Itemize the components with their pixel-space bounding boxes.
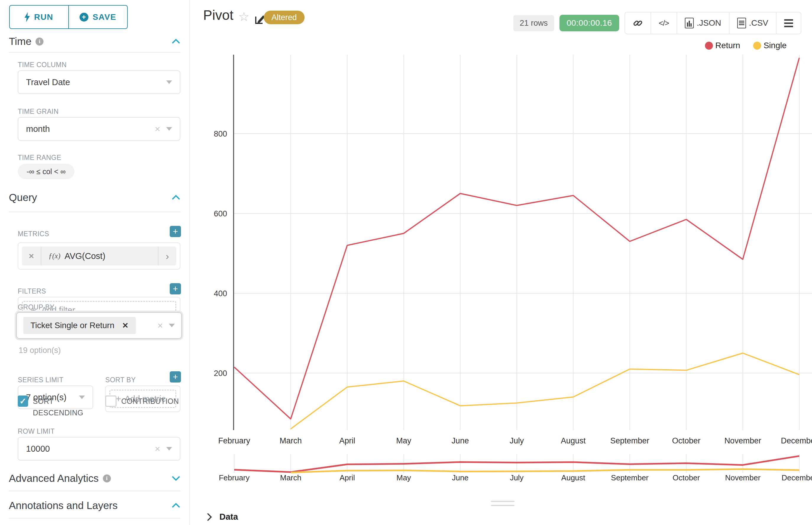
control-panel-sidebar: RUN + SAVE Time i TIME COLUMN Travel Dat… bbox=[0, 0, 190, 525]
time-range-pill[interactable]: -∞ ≤ col < ∞ bbox=[18, 164, 75, 179]
altered-badge-label: Altered bbox=[271, 13, 297, 22]
contribution-control[interactable]: CONTRIBUTION bbox=[105, 395, 188, 407]
caret-down-icon bbox=[169, 324, 175, 327]
group-by-select[interactable]: Ticket Single or Return ✕ × bbox=[16, 312, 182, 339]
embed-code-button[interactable]: </> bbox=[651, 12, 677, 34]
mini-x-tick-label: December bbox=[782, 473, 812, 482]
query-timer-badge: 00:00:00.16 bbox=[560, 15, 619, 31]
data-panel-toggle[interactable]: Data bbox=[206, 512, 238, 522]
run-button[interactable]: RUN bbox=[10, 5, 68, 28]
row-limit-label: ROW LIMIT bbox=[18, 427, 55, 435]
sort-descending-checkbox[interactable]: ✓ bbox=[18, 395, 28, 407]
divider bbox=[9, 212, 180, 212]
clear-icon[interactable]: × bbox=[154, 124, 160, 134]
data-panel-label: Data bbox=[219, 512, 238, 522]
metric-pill[interactable]: × ƒ(x) AVG(Cost) › bbox=[22, 246, 176, 266]
chevron-down-icon[interactable] bbox=[172, 475, 180, 481]
export-json-label: .JSON bbox=[697, 18, 721, 28]
x-axis-tick-label: May bbox=[396, 436, 412, 445]
fx-icon: ƒ(x) bbox=[48, 252, 60, 260]
advanced-analytics-header[interactable]: Advanced Analytics i bbox=[9, 472, 180, 484]
mini-x-tick-label: October bbox=[673, 473, 700, 482]
x-axis-tick-label: November bbox=[724, 436, 762, 445]
x-axis-tick-label: September bbox=[610, 436, 649, 445]
more-menu-button[interactable] bbox=[776, 12, 801, 34]
time-grain-value: month bbox=[26, 124, 50, 134]
x-axis-tick-label: July bbox=[510, 436, 524, 445]
annotations-header[interactable]: Annotations and Layers bbox=[9, 499, 180, 511]
annotations-title: Annotations and Layers bbox=[9, 499, 118, 511]
header-toolbar: 21 rows 00:00:00.16 </> .JSON .CSV bbox=[513, 12, 801, 34]
advanced-analytics-title: Advanced Analytics bbox=[9, 472, 99, 484]
time-grain-label: TIME GRAIN bbox=[18, 108, 59, 116]
chart-line-single[interactable] bbox=[291, 353, 799, 429]
chevron-up-icon[interactable] bbox=[172, 502, 180, 508]
lightning-bolt-icon bbox=[25, 12, 30, 22]
chevron-up-icon[interactable] bbox=[172, 39, 180, 44]
line-chart[interactable]: 200400600800FebruaryFebruaryMarchMarchAp… bbox=[189, 39, 812, 497]
series-limit-label: SERIES LIMIT bbox=[18, 376, 63, 384]
row-limit-value: 10000 bbox=[26, 444, 50, 454]
chevron-up-icon[interactable] bbox=[172, 195, 180, 200]
export-json-button[interactable]: .JSON bbox=[677, 12, 728, 34]
x-axis-tick-label: June bbox=[452, 436, 469, 445]
row-limit-select[interactable]: 10000 × bbox=[18, 437, 180, 461]
altered-badge: Altered bbox=[264, 11, 305, 24]
group-by-label: GROUP BY bbox=[18, 303, 55, 311]
save-button[interactable]: + SAVE bbox=[68, 5, 128, 28]
add-metric-button[interactable]: + bbox=[170, 226, 181, 237]
caret-down-icon bbox=[166, 447, 172, 450]
caret-down-icon bbox=[166, 127, 172, 131]
group-by-chip[interactable]: Ticket Single or Return ✕ bbox=[23, 317, 136, 334]
export-csv-button[interactable]: .CSV bbox=[729, 12, 776, 34]
x-axis-tick-label: March bbox=[280, 436, 302, 445]
save-button-label: SAVE bbox=[92, 12, 116, 22]
sort-descending-control[interactable]: ✓ SORT DESCENDING bbox=[18, 395, 101, 419]
time-column-select[interactable]: Travel Date bbox=[18, 70, 180, 94]
share-link-button[interactable] bbox=[625, 12, 651, 34]
x-axis-tick-label: October bbox=[672, 436, 700, 445]
metrics-box: × ƒ(x) AVG(Cost) › bbox=[18, 242, 180, 270]
sort-descending-label: SORT DESCENDING bbox=[33, 395, 101, 419]
chevron-right-icon bbox=[206, 513, 212, 522]
time-column-value: Travel Date bbox=[26, 77, 70, 87]
contribution-checkbox[interactable] bbox=[105, 395, 117, 407]
mini-x-tick-label: August bbox=[561, 473, 586, 482]
link-icon bbox=[633, 18, 643, 28]
time-column-label: TIME COLUMN bbox=[18, 61, 67, 69]
add-filter-button[interactable]: + bbox=[170, 283, 181, 295]
time-range-label: TIME RANGE bbox=[18, 154, 61, 162]
file-text-icon bbox=[737, 18, 746, 28]
clear-icon[interactable]: × bbox=[154, 444, 160, 453]
mini-x-tick-label: May bbox=[397, 473, 411, 482]
y-axis-tick-label: 800 bbox=[214, 130, 227, 138]
add-sort-metric-button[interactable]: + bbox=[170, 371, 181, 382]
query-section-header[interactable]: Query bbox=[9, 192, 180, 204]
code-icon: </> bbox=[659, 19, 669, 28]
filters-label: FILTERS bbox=[18, 287, 46, 295]
divider bbox=[9, 52, 180, 52]
divider bbox=[9, 491, 180, 491]
remove-chip-icon[interactable]: ✕ bbox=[122, 321, 129, 330]
hamburger-icon bbox=[784, 19, 793, 27]
superset-explore-page: { "sidebar": { "run_label": "RUN", "save… bbox=[0, 0, 812, 525]
clear-icon[interactable]: × bbox=[157, 321, 163, 330]
chevron-right-icon[interactable]: › bbox=[158, 246, 176, 266]
mini-x-tick-label: September bbox=[611, 473, 649, 482]
mini-chart-line-single bbox=[291, 469, 799, 472]
remove-metric-icon[interactable]: × bbox=[22, 246, 41, 266]
caret-down-icon bbox=[166, 80, 172, 84]
mini-x-tick-label: November bbox=[725, 473, 761, 482]
panel-resize-handle[interactable] bbox=[491, 501, 515, 509]
run-button-label: RUN bbox=[34, 12, 53, 22]
x-axis-tick-label: April bbox=[339, 436, 355, 445]
time-grain-select[interactable]: month × bbox=[18, 117, 180, 141]
contribution-label: CONTRIBUTION bbox=[121, 395, 179, 407]
group-by-options-hint: 19 option(s) bbox=[19, 346, 61, 355]
mini-x-tick-label: April bbox=[339, 473, 355, 482]
x-axis-tick-label: August bbox=[561, 436, 586, 445]
mini-x-tick-label: July bbox=[510, 473, 523, 482]
time-section-header[interactable]: Time i bbox=[9, 35, 180, 47]
favorite-star-icon[interactable]: ☆ bbox=[238, 11, 250, 23]
plus-circle-icon: + bbox=[79, 13, 88, 21]
